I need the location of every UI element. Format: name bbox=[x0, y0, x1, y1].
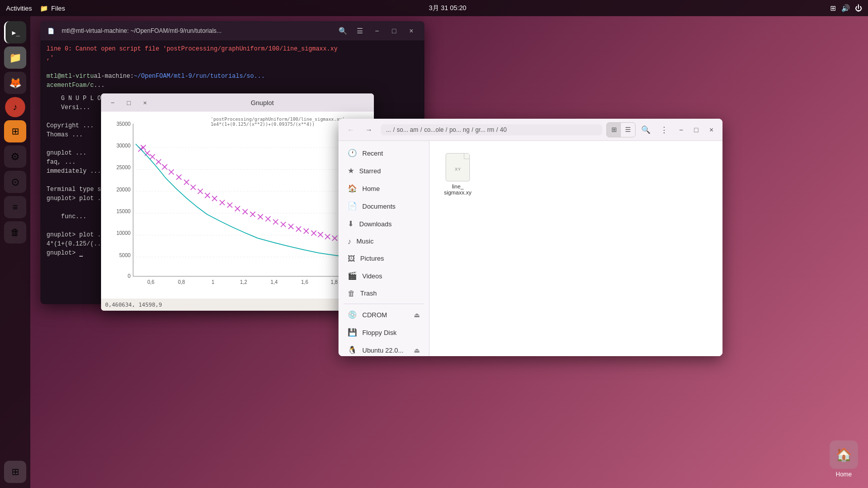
home-desktop-shortcut[interactable]: 🏠 Home bbox=[830, 441, 858, 478]
sidebar-item-starred[interactable]: ★ Starred bbox=[341, 162, 427, 179]
sidebar-label-floppy: Floppy Disk bbox=[362, 329, 397, 336]
files-folder-icon: 📁 bbox=[9, 52, 22, 64]
taskbar-icon-notes[interactable]: ≡ bbox=[4, 196, 26, 218]
sidebar-item-music[interactable]: ♪ Music bbox=[341, 233, 427, 250]
fm-options-button[interactable]: ⋮ bbox=[656, 122, 672, 138]
sidebar-item-floppy[interactable]: 💾 Floppy Disk bbox=[341, 324, 427, 341]
sidebar-label-starred: Starred bbox=[359, 167, 381, 175]
taskbar-icon-firefox[interactable]: 🦊 bbox=[4, 72, 26, 94]
volume-icon[interactable]: 🔊 bbox=[841, 4, 850, 12]
terminal-menu-button[interactable]: ☰ bbox=[353, 24, 367, 38]
taskbar-icon-rhythmbox[interactable]: ♪ bbox=[5, 97, 25, 117]
sidebar-item-home[interactable]: 🏠 Home bbox=[341, 180, 427, 197]
fm-search-button[interactable]: 🔍 bbox=[638, 122, 654, 138]
gnuplot-footer: 0,460634, 14598,9 bbox=[101, 299, 374, 311]
breadcrumb-part-4[interactable]: gr... rm bbox=[475, 126, 494, 133]
sidebar-divider bbox=[344, 304, 424, 304]
fm-forward-button[interactable]: → bbox=[361, 122, 377, 138]
terminal-close-button[interactable]: × bbox=[404, 24, 418, 38]
sidebar-item-trash[interactable]: 🗑 Trash bbox=[341, 285, 427, 302]
ubuntu-eject-button[interactable]: ⏏ bbox=[414, 347, 420, 354]
starred-icon: ★ bbox=[348, 166, 354, 175]
sidebar-item-pictures[interactable]: 🖼 Pictures bbox=[341, 250, 427, 267]
taskbar-icon-appcenter[interactable]: ⊞ bbox=[4, 120, 26, 142]
home-house-icon: 🏠 bbox=[836, 447, 852, 463]
datetime-display: 3月 31 05:20 bbox=[429, 4, 466, 13]
gnuplot-chart-svg: 35000 30000 25000 20000 15000 10000 5000… bbox=[105, 116, 370, 295]
file-name-label: line_sigmaxx.xy bbox=[444, 183, 471, 196]
sidebar-item-documents[interactable]: 📄 Documents bbox=[341, 198, 427, 215]
taskbar-icon-dvd[interactable]: ⊙ bbox=[4, 171, 26, 193]
taskbar-icon-trash[interactable]: 🗑 bbox=[4, 221, 26, 243]
svg-text:30000: 30000 bbox=[116, 143, 130, 149]
sidebar-label-pictures: Pictures bbox=[360, 255, 384, 262]
terminal-search-button[interactable]: 🔍 bbox=[335, 24, 350, 38]
fm-breadcrumb[interactable]: ... / so... am / co...ole / po... ng / g… bbox=[381, 124, 602, 135]
top-bar-left: Activities 📁 Files bbox=[6, 5, 65, 12]
fm-list-view-button[interactable]: ☰ bbox=[621, 123, 635, 137]
terminal-minimize-button[interactable]: − bbox=[370, 24, 384, 38]
recent-icon: 🕐 bbox=[348, 149, 357, 158]
sidebar-label-ubuntu: Ubuntu 22.0... bbox=[362, 347, 404, 354]
sidebar-item-ubuntu[interactable]: 🐧 Ubuntu 22.0... ⏏ bbox=[341, 341, 427, 356]
sidebar-item-recent[interactable]: 🕐 Recent bbox=[341, 144, 427, 162]
terminal-title-text: mtl@mtl-virtual-machine: ~/OpenFOAM/mtl-… bbox=[62, 27, 331, 34]
fm-minimize-button[interactable]: − bbox=[674, 123, 688, 137]
breadcrumb-part-5[interactable]: 40 bbox=[500, 126, 507, 133]
taskbar-icon-apps[interactable]: ⊞ bbox=[4, 461, 26, 483]
svg-text:1: 1 bbox=[212, 279, 215, 285]
fm-sidebar: 🕐 Recent ★ Starred 🏠 Home 📄 Documents ⬇ … bbox=[339, 141, 429, 356]
svg-text:25000: 25000 bbox=[116, 165, 130, 170]
gnuplot-minimize-button[interactable]: − bbox=[106, 96, 119, 109]
breadcrumb-part-2[interactable]: co...ole bbox=[424, 126, 444, 133]
sidebar-item-cdrom[interactable]: 💿 CDROM ⏏ bbox=[341, 306, 427, 323]
documents-icon: 📄 bbox=[348, 202, 357, 211]
network-icon[interactable]: ⊞ bbox=[830, 4, 836, 12]
files-menu[interactable]: 📁 Files bbox=[40, 5, 65, 12]
terminal-icon: ▶_ bbox=[12, 29, 20, 36]
fm-icon-view-button[interactable]: ⊞ bbox=[607, 123, 621, 137]
gnuplot-maximize-button[interactable]: □ bbox=[122, 96, 135, 109]
sidebar-label-home: Home bbox=[362, 185, 380, 192]
fm-back-button[interactable]: ← bbox=[343, 122, 359, 138]
svg-text:35000: 35000 bbox=[116, 121, 130, 127]
gnuplot-window-controls: − □ × bbox=[106, 96, 152, 109]
taskbar-icon-terminal[interactable]: ▶_ bbox=[4, 21, 26, 43]
fm-maximize-button[interactable]: □ bbox=[689, 123, 703, 137]
svg-text:0,6: 0,6 bbox=[148, 279, 155, 285]
svg-text:1,4: 1,4 bbox=[271, 279, 278, 285]
downloads-icon: ⬇ bbox=[348, 219, 354, 228]
fm-window-controls: − □ × bbox=[674, 123, 718, 137]
breadcrumb-part-1[interactable]: so... am bbox=[397, 126, 418, 133]
folder-icon: 📁 bbox=[40, 5, 48, 12]
sidebar-item-downloads[interactable]: ⬇ Downloads bbox=[341, 215, 427, 232]
gnuplot-close-button[interactable]: × bbox=[138, 96, 152, 109]
fm-main-content: XY line_sigmaxx.xy bbox=[429, 141, 722, 356]
gnuplot-window: − □ × Gnuplot 'postProcessing/graphUnifo… bbox=[101, 93, 374, 311]
svg-text:20000: 20000 bbox=[116, 187, 130, 192]
sidebar-label-recent: Recent bbox=[362, 150, 383, 157]
power-icon[interactable]: ⏻ bbox=[855, 4, 862, 12]
fm-close-button[interactable]: × bbox=[704, 123, 718, 137]
sidebar-item-videos[interactable]: 🎬 Videos bbox=[341, 267, 427, 284]
chart-annotation: 'postProcessing/graphUniform/100/line_si… bbox=[211, 117, 345, 127]
breadcrumb-sep-2: / bbox=[446, 126, 447, 133]
pictures-icon: 🖼 bbox=[348, 254, 355, 263]
svg-text:1,2: 1,2 bbox=[240, 279, 247, 285]
show-apps-icon: ⊞ bbox=[12, 466, 19, 477]
gnuplot-title-text: Gnuplot bbox=[156, 99, 369, 107]
top-bar: Activities 📁 Files 3月 31 05:20 ⊞ 🔊 ⏻ bbox=[0, 0, 868, 16]
svg-text:15000: 15000 bbox=[116, 209, 130, 214]
activities-button[interactable]: Activities bbox=[6, 5, 32, 12]
cdrom-eject-button[interactable]: ⏏ bbox=[414, 311, 420, 319]
filemanager-titlebar: ← → ... / so... am / co...ole / po... ng… bbox=[339, 119, 722, 141]
breadcrumb-part-3[interactable]: po... ng bbox=[449, 126, 469, 133]
taskbar-icon-settings[interactable]: ⚙ bbox=[4, 145, 26, 168]
taskbar: ▶_ 📁 🦊 ♪ ⊞ ⚙ ⊙ ≡ 🗑 ⊞ bbox=[0, 16, 30, 488]
breadcrumb-part-0[interactable]: ... bbox=[386, 126, 391, 133]
terminal-maximize-button[interactable]: □ bbox=[387, 24, 401, 38]
file-item-line-sigmaxx[interactable]: XY line_sigmaxx.xy bbox=[438, 149, 478, 200]
taskbar-icon-files[interactable]: 📁 bbox=[4, 46, 26, 69]
gnuplot-chart-area: 'postProcessing/graphUniform/100/line_si… bbox=[101, 112, 374, 299]
music-folder-icon: ♪ bbox=[348, 237, 352, 246]
